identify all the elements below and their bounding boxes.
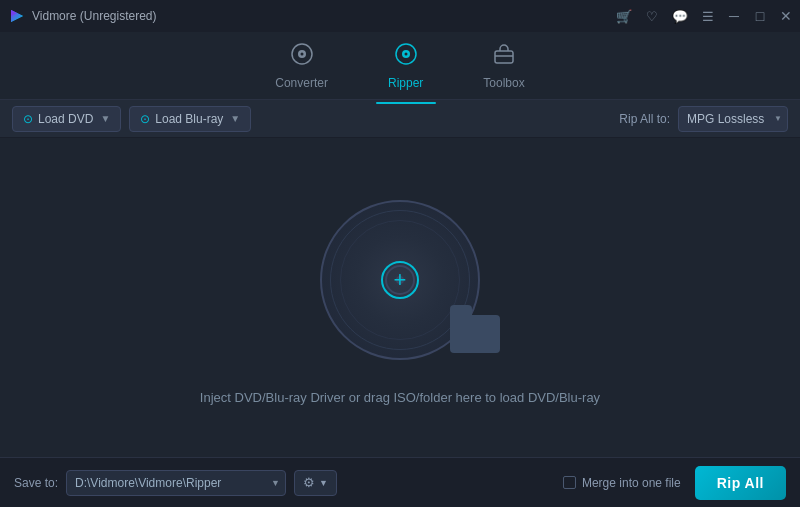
bottom-right: Merge into one file Rip All xyxy=(563,466,786,500)
save-to-label: Save to: xyxy=(14,476,58,490)
title-left: Vidmore (Unregistered) xyxy=(8,7,157,25)
save-path-wrapper: ▼ xyxy=(66,470,286,496)
app-title: Vidmore (Unregistered) xyxy=(32,9,157,23)
load-bluray-arrow: ▼ xyxy=(230,113,240,124)
cart-icon[interactable]: 🛒 xyxy=(616,9,632,24)
merge-checkbox-section: Merge into one file xyxy=(563,476,681,490)
toolbar: ⊙ Load DVD ▼ ⊙ Load Blu-ray ▼ Rip All to… xyxy=(0,100,800,138)
load-bluray-label: Load Blu-ray xyxy=(155,112,223,126)
load-dvd-arrow: ▼ xyxy=(100,113,110,124)
gift-icon[interactable]: ♡ xyxy=(646,9,658,24)
rip-format-select[interactable]: MPG Lossless xyxy=(678,106,788,132)
tab-toolbox-label: Toolbox xyxy=(483,76,524,90)
merge-into-one-label: Merge into one file xyxy=(582,476,681,490)
disc-container: + xyxy=(290,190,510,370)
dvd-icon: ⊙ xyxy=(23,112,33,126)
menu-icon[interactable]: ☰ xyxy=(702,9,714,24)
ripper-icon xyxy=(394,42,418,72)
save-path-input[interactable] xyxy=(66,470,286,496)
save-to-section: Save to: ▼ ⚙ ▼ xyxy=(14,470,337,496)
add-disc-button[interactable]: + xyxy=(381,261,419,299)
settings-dropdown-arrow: ▼ xyxy=(319,478,328,488)
tab-converter[interactable]: Converter xyxy=(265,36,338,96)
rip-all-button[interactable]: Rip All xyxy=(695,466,786,500)
toolbar-right: Rip All to: MPG Lossless xyxy=(619,106,788,132)
minimize-button[interactable]: ─ xyxy=(728,10,740,22)
drop-hint-text: Inject DVD/Blu-ray Driver or drag ISO/fo… xyxy=(200,390,600,405)
title-controls: 🛒 ♡ 💬 ☰ ─ □ ✕ xyxy=(616,9,792,24)
tab-toolbox[interactable]: Toolbox xyxy=(473,36,534,96)
tab-converter-label: Converter xyxy=(275,76,328,90)
title-bar: Vidmore (Unregistered) 🛒 ♡ 💬 ☰ ─ □ ✕ xyxy=(0,0,800,32)
tab-ripper-label: Ripper xyxy=(388,76,423,90)
main-content: + Inject DVD/Blu-ray Driver or drag ISO/… xyxy=(0,138,800,457)
chat-icon[interactable]: 💬 xyxy=(672,9,688,24)
toolbox-icon xyxy=(492,42,516,72)
bluray-icon: ⊙ xyxy=(140,112,150,126)
svg-point-7 xyxy=(404,52,407,55)
bottom-bar: Save to: ▼ ⚙ ▼ Merge into one file Rip A… xyxy=(0,457,800,507)
toolbar-left: ⊙ Load DVD ▼ ⊙ Load Blu-ray ▼ xyxy=(12,106,251,132)
converter-icon xyxy=(290,42,314,72)
app-logo xyxy=(8,7,26,25)
settings-button[interactable]: ⚙ ▼ xyxy=(294,470,337,496)
gear-icon: ⚙ xyxy=(303,475,315,490)
nav-tabs: Converter Ripper Toolbox xyxy=(0,32,800,100)
merge-checkbox[interactable] xyxy=(563,476,576,489)
tab-ripper[interactable]: Ripper xyxy=(378,36,433,96)
svg-point-4 xyxy=(300,52,303,55)
rip-all-to-label: Rip All to: xyxy=(619,112,670,126)
close-button[interactable]: ✕ xyxy=(780,10,792,22)
rip-format-wrapper: MPG Lossless xyxy=(678,106,788,132)
folder-icon xyxy=(450,315,500,355)
load-dvd-label: Load DVD xyxy=(38,112,93,126)
load-bluray-button[interactable]: ⊙ Load Blu-ray ▼ xyxy=(129,106,251,132)
load-dvd-button[interactable]: ⊙ Load DVD ▼ xyxy=(12,106,121,132)
maximize-button[interactable]: □ xyxy=(754,10,766,22)
svg-rect-8 xyxy=(495,51,513,63)
folder-shape xyxy=(450,315,500,353)
